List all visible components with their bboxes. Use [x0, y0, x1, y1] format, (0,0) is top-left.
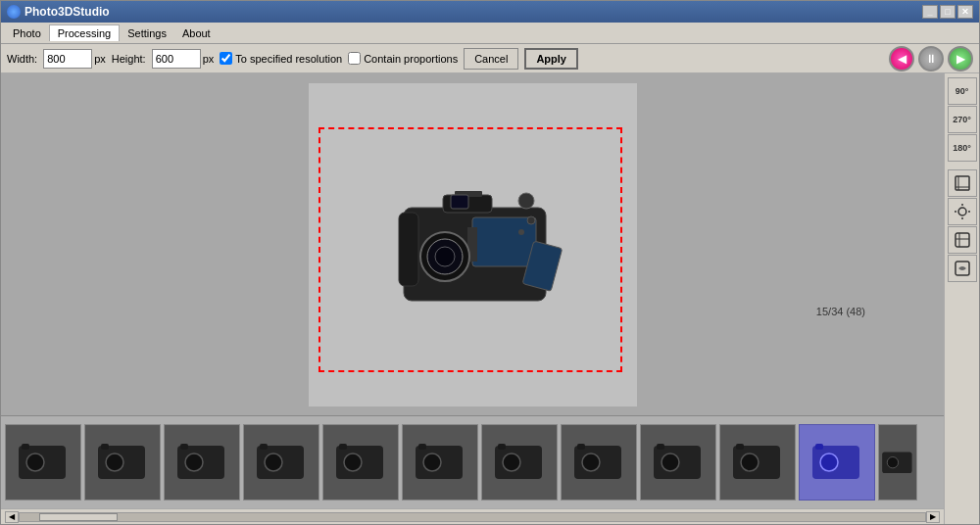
svg-point-27 [344, 453, 362, 471]
proportions-label: Contain proportions [364, 53, 458, 65]
px-label-2: px [203, 53, 215, 65]
brightness-icon [954, 203, 971, 220]
horizontal-scrollbar: ◀ ▶ [1, 508, 944, 524]
enhance-button[interactable] [948, 226, 977, 254]
camera-image [374, 154, 570, 335]
menu-settings[interactable]: Settings [120, 25, 174, 41]
rotate-90-button[interactable]: 90° [948, 77, 977, 105]
brightness-button[interactable] [948, 198, 977, 225]
title-bar-left: Photo3DStudio [7, 5, 110, 19]
window-title: Photo3DStudio [24, 5, 110, 19]
canvas-area: 15/34 (48) [1, 73, 944, 524]
prev-button[interactable]: ◀ [889, 46, 914, 72]
toolbar: Width: px Height: px To specified resolu… [1, 44, 979, 73]
thumbnail-strip[interactable] [1, 415, 944, 508]
svg-rect-43 [736, 444, 744, 450]
image-container [309, 83, 637, 406]
crop-button[interactable] [948, 169, 977, 197]
thumbnail-7[interactable] [481, 424, 558, 501]
svg-point-39 [662, 453, 679, 471]
svg-rect-25 [260, 444, 268, 450]
svg-point-24 [265, 453, 282, 471]
svg-rect-28 [339, 444, 347, 450]
thumbnail-4[interactable] [243, 424, 319, 501]
svg-rect-46 [815, 444, 823, 450]
rotate-180-button[interactable]: 180° [948, 134, 977, 162]
right-toolbar: 90° 270° 180° [944, 73, 979, 524]
svg-rect-9 [451, 195, 468, 209]
scroll-track[interactable] [19, 512, 926, 522]
thumbnail-5[interactable] [322, 424, 399, 501]
svg-point-52 [958, 208, 966, 215]
px-label-1: px [94, 53, 106, 65]
svg-rect-40 [657, 444, 664, 450]
adjust-button[interactable] [948, 255, 977, 282]
title-controls: _ □ ✕ [922, 5, 973, 19]
svg-rect-22 [180, 444, 188, 450]
thumbnail-6[interactable] [402, 424, 478, 501]
app-icon [7, 5, 21, 19]
height-label: Height: [112, 53, 146, 65]
svg-rect-34 [498, 444, 506, 450]
thumbnail-12[interactable] [878, 424, 917, 501]
proportions-checkbox-group: Contain proportions [348, 52, 458, 65]
thumbnail-2[interactable] [84, 424, 161, 501]
next-button[interactable]: ▶ [948, 46, 973, 72]
thumbnail-1[interactable] [5, 424, 81, 501]
svg-point-45 [820, 453, 838, 471]
svg-point-36 [582, 453, 600, 471]
menu-processing[interactable]: Processing [49, 24, 120, 41]
apply-button[interactable]: Apply [524, 48, 578, 70]
svg-point-30 [423, 453, 441, 471]
pause-button[interactable]: ⏸ [918, 46, 944, 72]
crop-icon [954, 174, 971, 192]
svg-rect-3 [399, 213, 418, 286]
thumbnail-10[interactable] [719, 424, 796, 501]
scroll-left-button[interactable]: ◀ [5, 511, 19, 523]
svg-rect-49 [956, 176, 969, 190]
cancel-button[interactable]: Cancel [464, 48, 518, 70]
svg-rect-16 [22, 444, 29, 450]
main-window: Photo3DStudio _ □ ✕ Photo Processing Set… [0, 0, 980, 525]
svg-rect-31 [418, 444, 426, 450]
resolution-checkbox-group: To specified resolution [220, 52, 342, 65]
maximize-button[interactable]: □ [940, 5, 956, 19]
thumbnail-11[interactable] [799, 424, 875, 501]
image-viewport: 15/34 (48) [1, 73, 944, 415]
svg-point-21 [185, 453, 203, 471]
resolution-label: To specified resolution [235, 53, 342, 65]
adjust-icon [954, 260, 971, 277]
rotate-270-button[interactable]: 270° [948, 106, 977, 133]
close-button[interactable]: ✕ [957, 5, 973, 19]
menu-about[interactable]: About [174, 25, 219, 41]
menu-photo[interactable]: Photo [5, 25, 49, 41]
svg-rect-4 [472, 217, 536, 266]
svg-rect-57 [956, 233, 969, 247]
scroll-right-button[interactable]: ▶ [926, 511, 940, 523]
playback-controls: ◀ ⏸ ▶ [889, 46, 973, 72]
enhance-icon [954, 231, 971, 249]
frame-counter: 15/34 (48) [816, 306, 865, 317]
width-input[interactable] [43, 49, 92, 69]
height-input[interactable] [152, 49, 201, 69]
main-area: 15/34 (48) [1, 73, 979, 524]
edit-group [948, 169, 977, 282]
thumbnail-3[interactable] [164, 424, 240, 501]
rotation-group: 90° 270° 180° [948, 77, 977, 162]
proportions-checkbox[interactable] [348, 52, 361, 65]
menu-bar: Photo Processing Settings About [1, 23, 979, 44]
svg-point-42 [741, 453, 759, 471]
svg-point-18 [106, 453, 123, 471]
scroll-thumb[interactable] [39, 513, 118, 521]
svg-rect-37 [577, 444, 585, 450]
svg-rect-19 [101, 444, 109, 450]
svg-point-11 [518, 229, 524, 235]
svg-point-8 [435, 247, 455, 266]
thumbnail-8[interactable] [561, 424, 637, 501]
resolution-checkbox[interactable] [220, 52, 232, 65]
svg-point-12 [518, 193, 534, 209]
thumbnail-9[interactable] [640, 424, 716, 501]
svg-point-33 [503, 453, 520, 471]
svg-point-10 [527, 216, 535, 224]
minimize-button[interactable]: _ [922, 5, 938, 19]
